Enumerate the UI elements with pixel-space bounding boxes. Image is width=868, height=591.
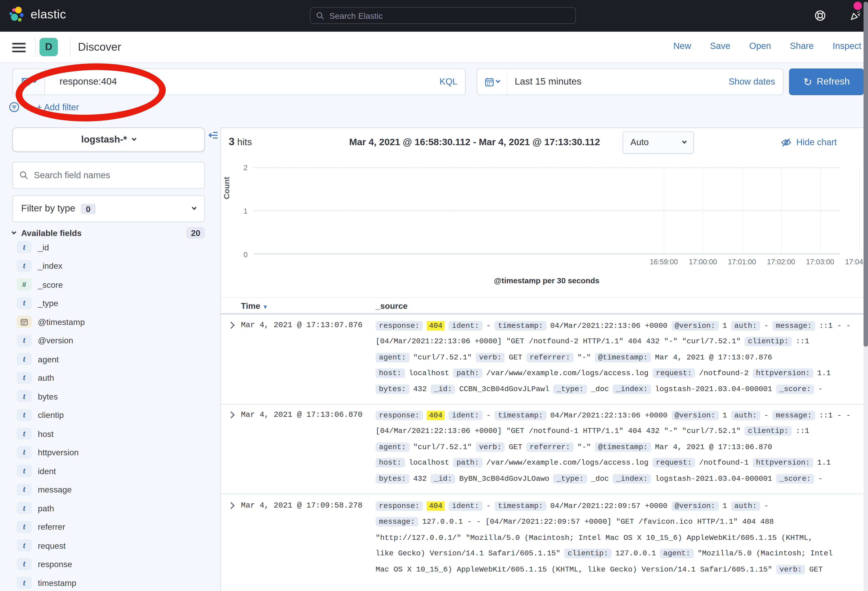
field-name-badge: @timestamp: [595, 442, 651, 452]
string-field-icon: t [16, 483, 32, 495]
field-item-timestamp[interactable]: ttimestamp [16, 576, 76, 589]
menu-icon[interactable] [12, 43, 25, 52]
field-item-path[interactable]: tpath [16, 501, 54, 515]
field-name-badge: _index: [613, 474, 651, 483]
available-fields-header[interactable]: Available fields 20 [12, 227, 205, 239]
hits-count: 3 hits [229, 136, 252, 148]
string-field-icon: t [16, 260, 32, 272]
string-field-icon: t [16, 539, 32, 551]
document-source: response:404ident:-timestamp:04/Mar/2021… [376, 318, 859, 397]
field-item-request[interactable]: trequest [16, 539, 65, 552]
field-name-badge: _index: [613, 384, 651, 394]
field-name-badge: verb: [776, 564, 805, 574]
hide-chart-button[interactable]: Hide chart [781, 137, 837, 148]
histogram-chart[interactable] [254, 168, 840, 254]
chevron-down-icon [192, 205, 196, 210]
field-item-clientip[interactable]: tclientip [16, 408, 64, 421]
highlighted-match: 404 [427, 411, 444, 420]
field-name-badge: timestamp: [495, 501, 546, 511]
field-name-badge: response: [376, 501, 423, 511]
field-name-badge: auth: [731, 501, 760, 511]
filter-by-type-select[interactable]: Filter by type 0 [12, 195, 205, 222]
save-button[interactable]: Save [710, 41, 730, 51]
time-picker-quick-menu[interactable] [477, 69, 508, 95]
chevron-down-icon [682, 139, 687, 144]
show-dates-button[interactable]: Show dates [729, 77, 775, 87]
type-filter-count-badge: 0 [81, 204, 95, 214]
share-button[interactable]: Share [790, 41, 813, 51]
highlighted-match: 404 [427, 321, 444, 331]
scrollbar-thumb[interactable] [864, 2, 868, 347]
field-search-input[interactable]: Search field names [12, 162, 205, 189]
chevron-down-icon [12, 229, 16, 234]
field-item-response[interactable]: tresponse [16, 557, 72, 570]
refresh-button[interactable]: ↻ Refresh [789, 68, 864, 95]
field-name-badge: timestamp: [495, 411, 546, 420]
query-language-button[interactable]: KQL [440, 77, 457, 87]
field-item-_score[interactable]: #_score [16, 278, 63, 291]
string-field-icon: t [16, 297, 32, 309]
field-item-@version[interactable]: t@version [16, 334, 73, 347]
interval-select[interactable]: Auto [623, 131, 694, 154]
field-item-@timestamp[interactable]: @timestamp [16, 315, 85, 328]
elastic-logo[interactable]: elastic [9, 6, 66, 23]
column-header-source[interactable]: _source [376, 301, 407, 310]
help-icon[interactable] [814, 9, 826, 22]
field-item-agent[interactable]: tagent [16, 352, 59, 365]
global-search-placeholder: Search Elastic [329, 11, 383, 21]
x-axis-label: @timestamp per 30 seconds [254, 276, 840, 285]
search-icon [316, 12, 325, 20]
time-picker[interactable]: Last 15 minutes Show dates [477, 68, 784, 95]
saved-query-menu-button[interactable] [13, 69, 45, 95]
field-item-_id[interactable]: t_id [16, 240, 49, 254]
field-name-badge: message: [376, 517, 418, 527]
time-range-value[interactable]: Last 15 minutes [515, 76, 582, 87]
global-search-input[interactable]: Search Elastic [310, 7, 576, 24]
discover-app-badge[interactable]: D [40, 38, 58, 56]
field-item-referrer[interactable]: treferrer [16, 520, 65, 533]
column-header-time[interactable]: Time▼ [241, 301, 268, 310]
field-name-badge: response: [376, 411, 423, 420]
field-item-auth[interactable]: tauth [16, 371, 54, 384]
field-name-badge: clientip: [744, 426, 792, 436]
expand-document-icon[interactable] [228, 502, 235, 509]
histogram-time-range: Mar 4, 2021 @ 16:58:30.112 - Mar 4, 2021… [333, 137, 616, 148]
query-bar[interactable]: response:404 KQL [12, 68, 466, 95]
field-name-badge: message: [772, 321, 815, 331]
new-button[interactable]: New [673, 41, 691, 51]
string-field-icon: t [16, 241, 32, 253]
field-item-_index[interactable]: t_index [16, 259, 62, 272]
expand-document-icon[interactable] [228, 411, 235, 418]
chevron-down-icon [496, 78, 500, 83]
highlighted-match: 404 [427, 501, 444, 511]
field-item-ident[interactable]: tident [16, 464, 56, 477]
field-name-badge: verb: [475, 353, 505, 362]
field-item-bytes[interactable]: tbytes [16, 390, 58, 403]
field-name-badge: clientip: [564, 549, 612, 558]
field-item-host[interactable]: thost [16, 427, 53, 440]
row-divider [221, 404, 864, 405]
add-filter-button[interactable]: + Add filter [37, 102, 79, 112]
field-item-httpversion[interactable]: thttpversion [16, 446, 78, 459]
filter-icon[interactable] [9, 102, 19, 112]
expand-document-icon[interactable] [228, 322, 235, 329]
document-time: Mar 4, 2021 @ 17:13:07.876 [241, 321, 363, 329]
row-divider [221, 493, 864, 494]
query-input[interactable]: response:404 [59, 76, 117, 87]
field-item-message[interactable]: tmessage [16, 483, 72, 496]
calendar-icon [485, 77, 494, 87]
string-field-icon: t [16, 446, 32, 458]
refresh-icon: ↻ [803, 77, 812, 87]
newsfeed-icon[interactable] [849, 9, 861, 22]
global-header: elastic Search Elastic [0, 0, 868, 32]
inspect-button[interactable]: Inspect [833, 41, 861, 51]
open-button[interactable]: Open [749, 41, 771, 51]
document-time: Mar 4, 2021 @ 17:13:06.870 [241, 410, 363, 419]
field-item-_type[interactable]: t_type [16, 296, 58, 310]
collapse-sidebar-icon[interactable] [208, 131, 218, 142]
string-field-icon: t [16, 465, 32, 477]
index-pattern-selector[interactable]: logstash-* [12, 127, 205, 152]
field-name-badge: verb: [475, 442, 505, 452]
sort-desc-icon[interactable]: ▼ [263, 304, 268, 310]
string-field-icon: t [16, 371, 32, 384]
